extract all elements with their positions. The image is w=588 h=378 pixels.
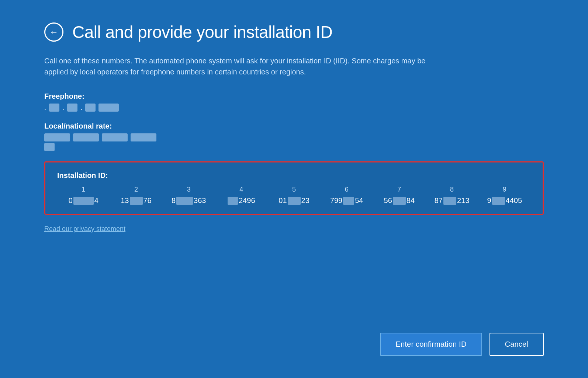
id-seg6-text2: 54: [355, 196, 363, 205]
local-rate-number-row2: [44, 143, 544, 151]
id-seg5-text1: 01: [279, 196, 287, 205]
blur-block-1: [49, 104, 59, 112]
id-seg2-blur: [130, 197, 143, 205]
col-header-1: 1: [57, 186, 110, 193]
id-seg8-blur: [443, 197, 456, 205]
local-rate-section: Local/national rate:: [44, 122, 544, 153]
id-segment-2: 13 76: [110, 196, 163, 205]
col-header-3: 3: [162, 186, 215, 193]
footer-buttons: Enter confirmation ID Cancel: [44, 325, 544, 356]
id-seg7-blur: [393, 197, 406, 205]
id-seg6-blur: [343, 197, 354, 205]
back-button[interactable]: ←: [44, 22, 63, 42]
local-rate-number-row1: [44, 133, 544, 141]
privacy-link[interactable]: Read our privacy statement: [44, 225, 544, 233]
cancel-button[interactable]: Cancel: [490, 333, 544, 356]
id-seg2-text1: 13: [121, 196, 129, 205]
id-seg2-text2: 76: [143, 196, 152, 205]
col-header-6: 6: [320, 186, 373, 193]
col-header-9: 9: [478, 186, 531, 193]
blur-local-2: [73, 133, 99, 141]
blur-local-5: [44, 143, 55, 151]
installation-id-box: Installation ID: 1 2 3 4 5 6 7 8 9 0 4 1…: [44, 161, 544, 215]
col-header-4: 4: [215, 186, 268, 193]
blur-local-4: [131, 133, 156, 141]
blur-local-1: [44, 133, 70, 141]
col-header-8: 8: [426, 186, 478, 193]
dot2: .: [62, 104, 64, 112]
dot3: .: [80, 104, 82, 112]
id-segment-9: 9 4405: [478, 196, 531, 205]
id-segment-4: 2496: [215, 196, 268, 205]
id-segment-8: 87 213: [426, 196, 478, 205]
col-header-7: 7: [373, 186, 426, 193]
freephone-section: Freephone: . . .: [44, 92, 544, 113]
blur-block-4: [98, 104, 119, 112]
id-seg1-blur: [73, 197, 94, 205]
blur-block-3: [85, 104, 96, 112]
id-seg9-blur: [492, 197, 505, 205]
id-seg3-text1: 8: [172, 196, 176, 205]
id-seg8-text1: 87: [435, 196, 443, 205]
enter-confirmation-id-button[interactable]: Enter confirmation ID: [380, 333, 482, 356]
page-title: Call and provide your installation ID: [72, 22, 332, 42]
id-seg7-text2: 84: [407, 196, 415, 205]
header: ← Call and provide your installation ID: [44, 22, 544, 42]
id-values-row: 0 4 13 76 8 363 2496 01: [57, 196, 531, 205]
back-arrow-icon: ←: [49, 28, 58, 36]
freephone-label: Freephone:: [44, 92, 544, 101]
id-segment-5: 01 23: [268, 196, 321, 205]
id-segment-1: 0 4: [57, 196, 110, 205]
blur-local-3: [102, 133, 128, 141]
id-seg3-blur: [176, 197, 193, 205]
id-segment-6: 799 54: [320, 196, 373, 205]
id-seg1-text1: 0: [69, 196, 73, 205]
id-segment-7: 56 84: [373, 196, 426, 205]
id-segment-3: 8 363: [162, 196, 215, 205]
id-seg9-text2: 4405: [506, 196, 522, 205]
id-seg3-text2: 363: [194, 196, 206, 205]
id-column-headers: 1 2 3 4 5 6 7 8 9: [57, 186, 531, 193]
installation-id-label: Installation ID:: [57, 171, 531, 180]
blur-block-2: [67, 104, 77, 112]
col-header-2: 2: [110, 186, 163, 193]
freephone-number: . . .: [44, 104, 544, 112]
id-seg4-text1: 2496: [239, 196, 255, 205]
dot1: .: [44, 104, 46, 112]
id-seg5-text2: 23: [301, 196, 309, 205]
id-seg9-text1: 9: [487, 196, 491, 205]
id-seg7-text1: 56: [384, 196, 392, 205]
id-seg8-text2: 213: [457, 196, 469, 205]
description-text: Call one of these numbers. The automated…: [44, 55, 450, 77]
local-rate-label: Local/national rate:: [44, 122, 544, 130]
id-seg4-blur: [228, 197, 238, 205]
id-seg6-text1: 799: [330, 196, 342, 205]
col-header-5: 5: [268, 186, 321, 193]
page-container: ← Call and provide your installation ID …: [0, 0, 588, 378]
id-seg5-blur: [288, 197, 301, 205]
id-seg1-text2: 4: [94, 196, 98, 205]
